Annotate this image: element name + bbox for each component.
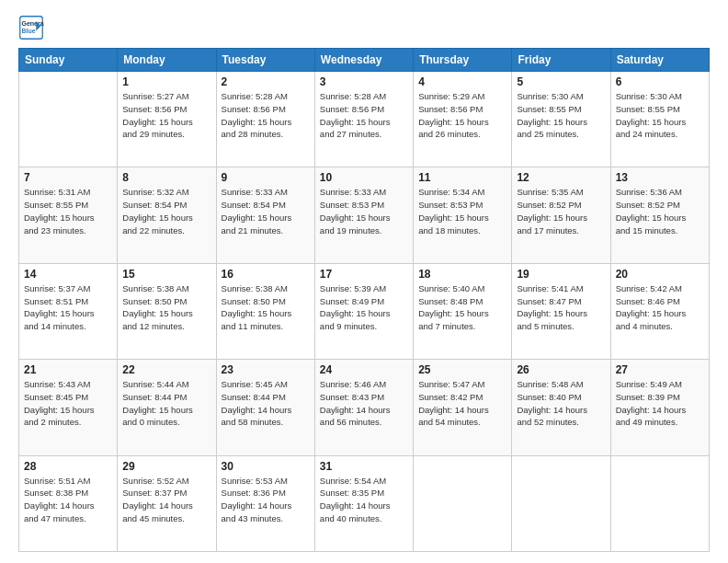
day-info: Sunrise: 5:34 AM Sunset: 8:53 PM Dayligh…: [418, 186, 506, 236]
page: General Blue SundayMondayTuesdayWednesda…: [0, 0, 728, 563]
calendar-header-row: SundayMondayTuesdayWednesdayThursdayFrid…: [19, 49, 710, 72]
day-number: 16: [222, 268, 310, 281]
calendar-cell: 29Sunrise: 5:52 AM Sunset: 8:37 PM Dayli…: [118, 455, 216, 551]
calendar-cell: 9Sunrise: 5:33 AM Sunset: 8:54 PM Daylig…: [216, 167, 314, 263]
day-info: Sunrise: 5:38 AM Sunset: 8:50 PM Dayligh…: [122, 282, 210, 333]
day-number: 24: [320, 363, 408, 376]
day-number: 2: [222, 75, 310, 88]
calendar-cell: [19, 72, 118, 167]
day-info: Sunrise: 5:27 AM Sunset: 8:56 PM Dayligh…: [122, 90, 210, 141]
day-info: Sunrise: 5:39 AM Sunset: 8:49 PM Dayligh…: [320, 282, 408, 333]
day-number: 11: [418, 171, 506, 184]
calendar-cell: 10Sunrise: 5:33 AM Sunset: 8:53 PM Dayli…: [314, 167, 413, 263]
calendar-cell: 31Sunrise: 5:54 AM Sunset: 8:35 PM Dayli…: [314, 455, 413, 551]
calendar-cell: 17Sunrise: 5:39 AM Sunset: 8:49 PM Dayli…: [314, 263, 413, 359]
day-info: Sunrise: 5:51 AM Sunset: 8:38 PM Dayligh…: [24, 475, 112, 525]
day-info: Sunrise: 5:28 AM Sunset: 8:56 PM Dayligh…: [222, 90, 310, 141]
calendar-cell: 6Sunrise: 5:30 AM Sunset: 8:55 PM Daylig…: [610, 72, 709, 167]
calendar-cell: 19Sunrise: 5:41 AM Sunset: 8:47 PM Dayli…: [512, 263, 610, 359]
day-number: 22: [122, 363, 210, 376]
day-number: 21: [24, 363, 112, 376]
calendar-cell: 5Sunrise: 5:30 AM Sunset: 8:55 PM Daylig…: [512, 72, 610, 167]
day-info: Sunrise: 5:42 AM Sunset: 8:46 PM Dayligh…: [616, 282, 704, 333]
calendar-cell: 11Sunrise: 5:34 AM Sunset: 8:53 PM Dayli…: [414, 167, 512, 263]
day-number: 5: [517, 75, 605, 88]
day-info: Sunrise: 5:36 AM Sunset: 8:52 PM Dayligh…: [616, 186, 704, 236]
day-number: 9: [222, 171, 310, 184]
calendar-week-4: 21Sunrise: 5:43 AM Sunset: 8:45 PM Dayli…: [19, 360, 710, 455]
calendar-week-3: 14Sunrise: 5:37 AM Sunset: 8:51 PM Dayli…: [19, 263, 710, 359]
day-number: 17: [320, 268, 408, 281]
day-info: Sunrise: 5:30 AM Sunset: 8:55 PM Dayligh…: [616, 90, 704, 141]
calendar-cell: 15Sunrise: 5:38 AM Sunset: 8:50 PM Dayli…: [118, 263, 216, 359]
day-number: 15: [122, 268, 210, 281]
day-info: Sunrise: 5:46 AM Sunset: 8:43 PM Dayligh…: [320, 378, 408, 429]
day-info: Sunrise: 5:45 AM Sunset: 8:44 PM Dayligh…: [222, 378, 310, 429]
calendar-cell: 2Sunrise: 5:28 AM Sunset: 8:56 PM Daylig…: [216, 72, 314, 167]
day-number: 8: [122, 171, 210, 184]
day-info: Sunrise: 5:47 AM Sunset: 8:42 PM Dayligh…: [418, 378, 506, 429]
day-info: Sunrise: 5:30 AM Sunset: 8:55 PM Dayligh…: [517, 90, 605, 141]
day-number: 18: [418, 268, 506, 281]
calendar-cell: 18Sunrise: 5:40 AM Sunset: 8:48 PM Dayli…: [414, 263, 512, 359]
day-number: 23: [222, 363, 310, 376]
day-info: Sunrise: 5:44 AM Sunset: 8:44 PM Dayligh…: [122, 378, 210, 429]
day-info: Sunrise: 5:38 AM Sunset: 8:50 PM Dayligh…: [222, 282, 310, 333]
logo: General Blue: [18, 15, 48, 40]
svg-text:Blue: Blue: [22, 28, 36, 34]
calendar-cell: 26Sunrise: 5:48 AM Sunset: 8:40 PM Dayli…: [512, 360, 610, 455]
day-header-tuesday: Tuesday: [216, 49, 314, 72]
calendar-cell: 14Sunrise: 5:37 AM Sunset: 8:51 PM Dayli…: [19, 263, 118, 359]
header: General Blue: [18, 15, 710, 40]
day-header-saturday: Saturday: [610, 49, 709, 72]
calendar-cell: 7Sunrise: 5:31 AM Sunset: 8:55 PM Daylig…: [19, 167, 118, 263]
calendar-cell: 27Sunrise: 5:49 AM Sunset: 8:39 PM Dayli…: [610, 360, 709, 455]
day-header-friday: Friday: [512, 49, 610, 72]
day-info: Sunrise: 5:54 AM Sunset: 8:35 PM Dayligh…: [320, 475, 408, 525]
day-info: Sunrise: 5:33 AM Sunset: 8:53 PM Dayligh…: [320, 186, 408, 236]
calendar-cell: 21Sunrise: 5:43 AM Sunset: 8:45 PM Dayli…: [19, 360, 118, 455]
calendar-cell: 22Sunrise: 5:44 AM Sunset: 8:44 PM Dayli…: [118, 360, 216, 455]
day-header-wednesday: Wednesday: [314, 49, 413, 72]
calendar-cell: [610, 455, 709, 551]
day-info: Sunrise: 5:52 AM Sunset: 8:37 PM Dayligh…: [122, 475, 210, 525]
calendar-cell: 3Sunrise: 5:28 AM Sunset: 8:56 PM Daylig…: [314, 72, 413, 167]
day-number: 30: [222, 460, 310, 473]
calendar-cell: 8Sunrise: 5:32 AM Sunset: 8:54 PM Daylig…: [118, 167, 216, 263]
day-number: 14: [24, 268, 112, 281]
calendar-cell: 4Sunrise: 5:29 AM Sunset: 8:56 PM Daylig…: [414, 72, 512, 167]
day-info: Sunrise: 5:41 AM Sunset: 8:47 PM Dayligh…: [517, 282, 605, 333]
day-info: Sunrise: 5:29 AM Sunset: 8:56 PM Dayligh…: [418, 90, 506, 141]
day-number: 19: [517, 268, 605, 281]
day-number: 4: [418, 75, 506, 88]
logo-icon: General Blue: [18, 15, 44, 40]
day-header-monday: Monday: [118, 49, 216, 72]
day-number: 6: [616, 75, 704, 88]
day-number: 1: [122, 75, 210, 88]
calendar-cell: 28Sunrise: 5:51 AM Sunset: 8:38 PM Dayli…: [19, 455, 118, 551]
day-number: 7: [24, 171, 112, 184]
day-info: Sunrise: 5:32 AM Sunset: 8:54 PM Dayligh…: [122, 186, 210, 236]
day-info: Sunrise: 5:33 AM Sunset: 8:54 PM Dayligh…: [222, 186, 310, 236]
calendar-cell: [414, 455, 512, 551]
day-info: Sunrise: 5:49 AM Sunset: 8:39 PM Dayligh…: [616, 378, 704, 429]
calendar-cell: 13Sunrise: 5:36 AM Sunset: 8:52 PM Dayli…: [610, 167, 709, 263]
calendar-cell: 1Sunrise: 5:27 AM Sunset: 8:56 PM Daylig…: [118, 72, 216, 167]
day-info: Sunrise: 5:43 AM Sunset: 8:45 PM Dayligh…: [24, 378, 112, 429]
day-number: 25: [418, 363, 506, 376]
day-number: 28: [24, 460, 112, 473]
calendar-week-5: 28Sunrise: 5:51 AM Sunset: 8:38 PM Dayli…: [19, 455, 710, 551]
day-header-sunday: Sunday: [19, 49, 118, 72]
calendar-table: SundayMondayTuesdayWednesdayThursdayFrid…: [18, 48, 710, 552]
calendar-cell: [512, 455, 610, 551]
calendar-cell: 24Sunrise: 5:46 AM Sunset: 8:43 PM Dayli…: [314, 360, 413, 455]
day-info: Sunrise: 5:48 AM Sunset: 8:40 PM Dayligh…: [517, 378, 605, 429]
day-number: 29: [122, 460, 210, 473]
calendar-cell: 12Sunrise: 5:35 AM Sunset: 8:52 PM Dayli…: [512, 167, 610, 263]
day-info: Sunrise: 5:37 AM Sunset: 8:51 PM Dayligh…: [24, 282, 112, 333]
day-number: 3: [320, 75, 408, 88]
day-number: 31: [320, 460, 408, 473]
day-number: 13: [616, 171, 704, 184]
calendar-cell: 23Sunrise: 5:45 AM Sunset: 8:44 PM Dayli…: [216, 360, 314, 455]
day-info: Sunrise: 5:53 AM Sunset: 8:36 PM Dayligh…: [222, 475, 310, 525]
